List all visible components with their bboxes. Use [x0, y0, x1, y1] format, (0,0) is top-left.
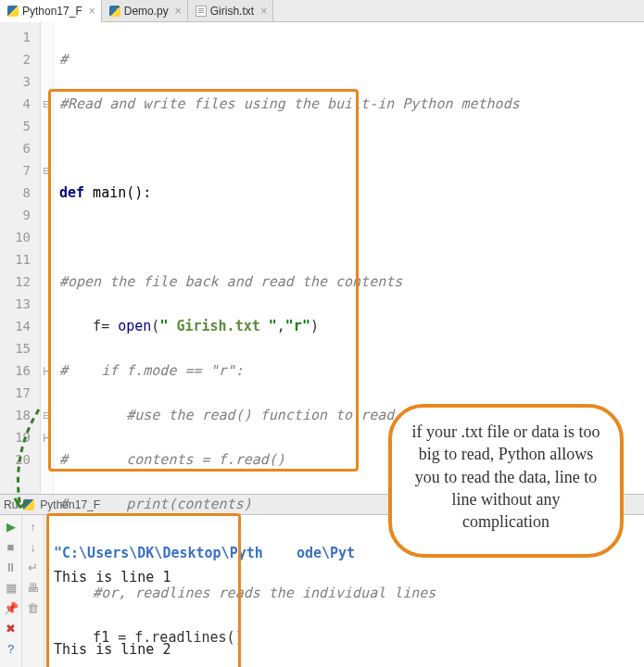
line-number: 4: [0, 93, 31, 115]
help-button[interactable]: ?: [4, 641, 19, 656]
console-line: This is line 2: [54, 641, 170, 658]
line-number: 3: [0, 70, 31, 93]
down-icon[interactable]: ↓: [26, 539, 41, 554]
annotation-callout: if your .txt file or data is too big to …: [388, 404, 624, 558]
python-icon: [109, 6, 120, 17]
pin-button[interactable]: 📌: [4, 600, 19, 615]
tab-demo[interactable]: Demo.py ×: [102, 0, 188, 21]
run-button[interactable]: ▶: [4, 519, 19, 534]
console-line: This is line 1: [54, 569, 170, 585]
line-number: 5: [0, 115, 31, 137]
line-number: 13: [0, 293, 31, 315]
line-number: 12: [0, 271, 31, 293]
line-number: 8: [0, 182, 31, 204]
wrap-icon[interactable]: ↵: [26, 560, 41, 574]
tab-python17[interactable]: Python17_F ×: [0, 0, 102, 22]
line-number: 11: [0, 248, 31, 271]
layout-button[interactable]: ▦: [4, 580, 19, 595]
print-icon[interactable]: 🖶: [26, 580, 41, 595]
close-button[interactable]: ✖: [4, 621, 19, 636]
line-number: 6: [0, 137, 31, 159]
tab-girish[interactable]: Girish.txt ×: [188, 0, 273, 21]
line-number: 2: [0, 48, 31, 70]
line-number: 7: [0, 159, 31, 182]
close-icon[interactable]: ×: [260, 5, 267, 18]
text-file-icon: [196, 6, 207, 17]
editor-tabs: Python17_F × Demo.py × Girish.txt ×: [0, 0, 644, 22]
close-icon[interactable]: ×: [89, 5, 95, 18]
line-number: 1: [0, 26, 31, 48]
trash-icon[interactable]: 🗑: [26, 600, 41, 615]
line-number: 15: [0, 337, 31, 359]
fold-icon[interactable]: ⊟: [41, 93, 53, 115]
pause-button[interactable]: ⏸: [4, 560, 19, 574]
fold-icon[interactable]: ⊟: [41, 159, 53, 182]
output-controls-column: ↑ ↓ ↵ 🖶 🗑: [22, 515, 44, 667]
line-number: 16: [0, 359, 31, 382]
stop-button[interactable]: ■: [4, 539, 19, 554]
close-icon[interactable]: ×: [175, 5, 182, 18]
line-number: 10: [0, 226, 31, 248]
callout-text: if your .txt file or data is too big to …: [412, 422, 600, 531]
tab-label: Girish.txt: [210, 5, 254, 18]
tab-label: Python17_F: [22, 5, 82, 18]
line-number: 9: [0, 204, 31, 226]
tab-label: Demo.py: [124, 5, 169, 18]
annotation-arrow: [4, 408, 50, 519]
python-icon: [7, 6, 19, 17]
line-number: 17: [0, 382, 31, 404]
up-icon[interactable]: ↑: [26, 519, 41, 534]
run-controls-column: ▶ ■ ⏸ ▦ 📌 ✖ ?: [0, 515, 22, 667]
console-path: "C:\Users\DK\Desktop\Pyth ode\Pyt: [54, 545, 355, 561]
line-number: 14: [0, 315, 31, 337]
